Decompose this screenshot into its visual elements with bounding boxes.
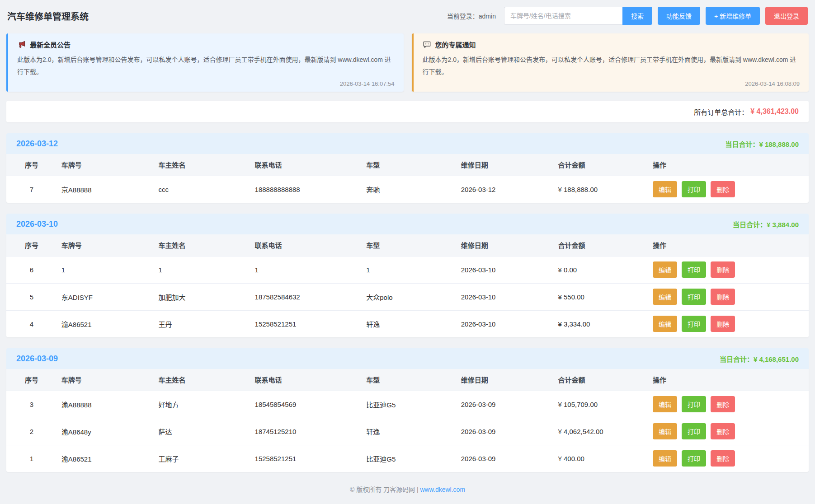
cell-total-amount: ¥ 550.00 (553, 283, 648, 310)
column-header: 联系电话 (250, 234, 362, 256)
announcement-title: 最新全员公告 (30, 40, 71, 49)
cell-phone: 15258521251 (250, 445, 362, 472)
orders-table-card: 序号车牌号车主姓名联系电话车型维修日期合计金额操作 6 1 1 1 1 2026… (6, 234, 809, 337)
announcement-card: 最新全员公告 此版本为2.0，新增后台账号管理和公告发布，可以私发个人账号，适合… (6, 33, 404, 92)
day-header: 2026-03-10 当日合计：¥ 3,884.00 (6, 214, 809, 234)
login-status: 当前登录：admin (447, 11, 496, 20)
daily-total-label: 当日合计： (733, 221, 767, 229)
cell-car-model: 奔驰 (362, 176, 456, 203)
column-header: 车型 (362, 369, 456, 391)
add-repair-order-button[interactable]: + 新增维修单 (706, 7, 760, 25)
cell-car-model: 轩逸 (362, 418, 456, 445)
cell-repair-date: 2026-03-09 (457, 445, 554, 472)
cell-repair-date: 2026-03-12 (457, 176, 554, 203)
edit-button[interactable]: 编辑 (653, 396, 677, 412)
delete-button[interactable]: 删除 (711, 316, 735, 332)
table-header-row: 序号车牌号车主姓名联系电话车型维修日期合计金额操作 (6, 154, 809, 176)
cell-total-amount: ¥ 3,334.00 (553, 310, 648, 337)
table-row: 1 渝A86521 王麻子 15258521251 比亚迪G5 2026-03-… (6, 445, 809, 472)
orders-total-amount: ¥ 4,361,423.00 (750, 107, 799, 116)
print-button[interactable]: 打印 (682, 396, 706, 412)
cell-owner-name: 王麻子 (154, 445, 250, 472)
column-header: 联系电话 (250, 369, 362, 391)
day-sections: 2026-03-12 当日合计：¥ 188,888.00 序号车牌号车主姓名联系… (6, 133, 809, 472)
column-header: 序号 (6, 369, 57, 391)
header-toolbar: 当前登录：admin 搜索 功能反馈 + 新增维修单 退出登录 (447, 7, 808, 25)
cell-car-model: 1 (362, 256, 456, 283)
cell-repair-date: 2026-03-10 (457, 283, 554, 310)
edit-button[interactable]: 编辑 (653, 181, 677, 197)
orders-table: 序号车牌号车主姓名联系电话车型维修日期合计金额操作 3 渝A88888 好地方 … (6, 369, 809, 472)
feedback-button[interactable]: 功能反馈 (658, 7, 700, 25)
cell-total-amount: ¥ 400.00 (553, 445, 648, 472)
cell-owner-name: ccc (154, 176, 250, 203)
orders-table: 序号车牌号车主姓名联系电话车型维修日期合计金额操作 6 1 1 1 1 2026… (6, 234, 809, 337)
daily-total: 当日合计：¥ 3,884.00 (733, 219, 799, 229)
edit-button[interactable]: 编辑 (653, 316, 677, 332)
footer-link[interactable]: www.dkewl.com (420, 486, 465, 493)
day-section: 2026-03-12 当日合计：¥ 188,888.00 序号车牌号车主姓名联系… (6, 133, 809, 203)
cell-repair-date: 2026-03-10 (457, 256, 554, 283)
footer-separator: | (417, 486, 419, 493)
day-section: 2026-03-09 当日合计：¥ 4,168,651.00 序号车牌号车主姓名… (6, 348, 809, 472)
row-actions: 编辑 打印 删除 (648, 176, 809, 203)
print-button[interactable]: 打印 (682, 423, 706, 439)
print-button[interactable]: 打印 (682, 316, 706, 332)
notices-row: 最新全员公告 此版本为2.0，新增后台账号管理和公告发布，可以私发个人账号，适合… (6, 33, 809, 92)
app-title: 汽车维修单管理系统 (7, 9, 89, 23)
orders-table-card: 序号车牌号车主姓名联系电话车型维修日期合计金额操作 3 渝A88888 好地方 … (6, 369, 809, 472)
daily-total-amount: ¥ 3,884.00 (767, 221, 799, 229)
cell-index: 1 (6, 445, 57, 472)
print-button[interactable]: 打印 (682, 181, 706, 197)
column-header: 序号 (6, 154, 57, 176)
cell-owner-name: 加肥加大 (154, 283, 250, 310)
day-header: 2026-03-09 当日合计：¥ 4,168,651.00 (6, 348, 809, 369)
print-button[interactable]: 打印 (682, 450, 706, 467)
edit-button[interactable]: 编辑 (653, 261, 677, 278)
cell-index: 6 (6, 256, 57, 283)
delete-button[interactable]: 删除 (711, 181, 735, 197)
daily-total-amount: ¥ 4,168,651.00 (754, 355, 799, 363)
column-header: 车主姓名 (154, 369, 250, 391)
delete-button[interactable]: 删除 (711, 423, 735, 439)
personal-notice-title-row: 您的专属通知 (423, 40, 800, 49)
column-header: 车型 (362, 234, 456, 256)
orders-table: 序号车牌号车主姓名联系电话车型维修日期合计金额操作 7 京A88888 ccc … (6, 154, 809, 203)
table-row: 7 京A88888 ccc 188888888888 奔驰 2026-03-12… (6, 176, 809, 203)
edit-button[interactable]: 编辑 (653, 289, 677, 305)
delete-button[interactable]: 删除 (711, 450, 735, 467)
daily-total: 当日合计：¥ 188,888.00 (725, 139, 799, 149)
cell-phone: 1 (250, 256, 362, 283)
daily-total: 当日合计：¥ 4,168,651.00 (720, 354, 799, 364)
print-button[interactable]: 打印 (682, 261, 706, 278)
column-header: 合计金额 (553, 369, 648, 391)
cell-index: 2 (6, 418, 57, 445)
column-header: 操作 (648, 369, 809, 391)
row-actions: 编辑 打印 删除 (648, 256, 809, 283)
table-row: 6 1 1 1 1 2026-03-10 ¥ 0.00 编辑 打印 删除 (6, 256, 809, 283)
cell-owner-name: 王丹 (154, 310, 250, 337)
edit-button[interactable]: 编辑 (653, 423, 677, 439)
cell-owner-name: 好地方 (154, 391, 250, 418)
cell-plate-number: 渝A8648y (57, 418, 154, 445)
cell-plate-number: 渝A86521 (57, 310, 154, 337)
column-header: 车牌号 (57, 369, 154, 391)
cell-total-amount: ¥ 105,709.00 (553, 391, 648, 418)
edit-button[interactable]: 编辑 (653, 450, 677, 467)
delete-button[interactable]: 删除 (711, 396, 735, 412)
search-input[interactable] (504, 7, 622, 25)
column-header: 合计金额 (553, 234, 648, 256)
print-button[interactable]: 打印 (682, 289, 706, 305)
cell-car-model: 轩逸 (362, 310, 456, 337)
delete-button[interactable]: 删除 (711, 289, 735, 305)
column-header: 序号 (6, 234, 57, 256)
daily-total-amount: ¥ 188,888.00 (759, 140, 799, 148)
column-header: 维修日期 (457, 369, 554, 391)
logout-button[interactable]: 退出登录 (765, 7, 808, 25)
table-header-row: 序号车牌号车主姓名联系电话车型维修日期合计金额操作 (6, 234, 809, 256)
page: 汽车维修单管理系统 当前登录：admin 搜索 功能反馈 + 新增维修单 退出登… (0, 0, 815, 504)
cell-car-model: 比亚迪G5 (362, 445, 456, 472)
search-button[interactable]: 搜索 (622, 7, 652, 25)
cell-plate-number: 京A88888 (57, 176, 154, 203)
delete-button[interactable]: 删除 (711, 261, 735, 278)
